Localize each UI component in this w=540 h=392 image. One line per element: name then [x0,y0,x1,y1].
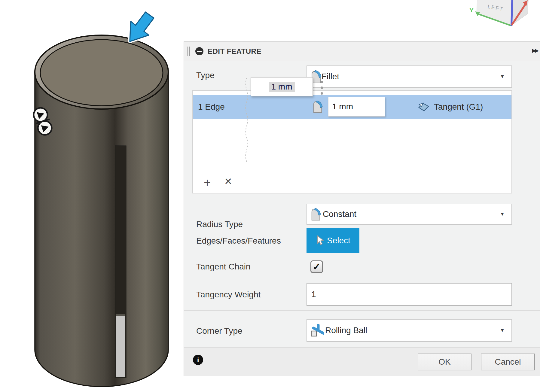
tangent-icon [416,100,430,114]
cancel-button[interactable]: Cancel [481,354,535,370]
dialog-title: EDIT FEATURE [208,47,261,56]
connector-zigzag-icon [244,78,249,168]
chevron-down-icon: ▼ [500,327,505,333]
edge-row-label: 1 Edge [198,102,225,112]
radius-type-label: Radius Type [196,219,243,229]
rolling-ball-corner-icon [310,324,324,337]
dialog-footer: i OK Cancel [184,347,540,376]
type-label: Type [196,70,215,81]
edit-feature-dialog: EDIT FEATURE ▶▶ Type Fillet ▼ 1 Edge 1 m… [184,41,540,376]
cursor-icon [316,235,325,246]
collapse-circle-icon[interactable] [195,47,203,55]
tangency-weight-input[interactable]: 1 [307,283,512,306]
info-icon[interactable]: i [193,355,203,365]
cylinder-body[interactable] [35,35,168,387]
fillet-constant-icon [310,207,322,221]
drag-dots-icon[interactable] [321,81,323,95]
radius-type-dropdown[interactable]: Constant ▼ [307,204,512,225]
tangent-chain-label: Tangent Chain [196,262,251,272]
tangent-chain-checkbox[interactable]: ✓ [310,260,323,273]
section-divider [184,310,540,311]
select-button-label: Select [327,236,350,245]
edge-list-row[interactable]: 1 Edge 1 mm Tangent (G1) [193,95,511,119]
edges-faces-features-label: Edges/Faces/Features [196,236,281,246]
y-axis-label: Y [469,7,474,14]
fillet-icon [312,100,323,114]
corner-type-label: Corner Type [196,326,243,336]
edge-radius-input[interactable]: 1 mm [328,97,385,117]
expand-panel-icon[interactable]: ▶▶ [532,47,538,54]
radius-type-value: Constant [323,209,356,219]
type-value: Fillet [322,72,339,81]
cylinder-top-face[interactable] [40,40,163,106]
corner-type-dropdown[interactable]: Rolling Ball ▼ [307,319,512,342]
chevron-down-icon: ▼ [500,74,505,80]
z-axis-edge [511,0,512,26]
edge-list: 1 Edge 1 mm Tangent (G1) + ✕ [192,90,512,193]
remove-edge-set-button[interactable]: ✕ [224,175,232,187]
type-dropdown[interactable]: Fillet ▼ [307,65,512,88]
add-edge-set-button[interactable]: + [204,177,211,189]
dialog-header[interactable]: EDIT FEATURE ▶▶ [184,42,540,61]
select-button[interactable]: Select [307,228,359,253]
radius-value-input[interactable]: 1 mm [251,77,313,96]
corner-type-value: Rolling Ball [325,326,367,335]
fusion-canvas: LEFT Y EDIT FEATURE ▶▶ Type Fillet ▼ 1 E… [0,0,540,392]
selection-arrow-icon [130,12,154,41]
drag-grip-icon[interactable] [187,47,190,56]
cylinder-slot[interactable] [115,146,126,378]
chevron-down-icon: ▼ [500,211,505,217]
ok-button[interactable]: OK [418,354,471,370]
edge-continuity-value: Tangent (G1) [434,102,483,112]
checkmark-icon: ✓ [313,261,321,272]
view-cube[interactable]: LEFT Y [469,0,529,26]
tangency-weight-label: Tangency Weight [196,290,261,300]
